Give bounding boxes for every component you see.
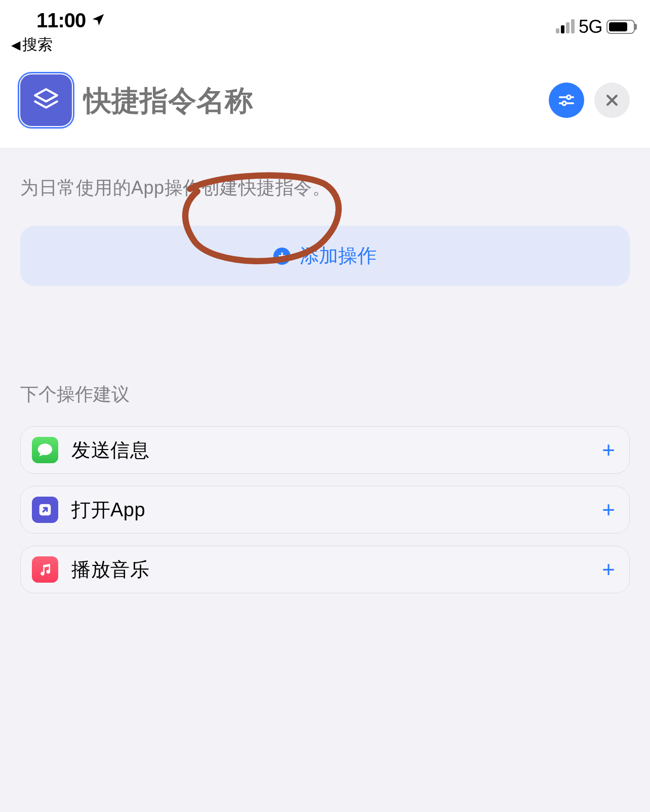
layers-icon [31,86,61,115]
plus-icon: + [602,437,615,463]
plus-icon: + [602,497,615,522]
header [0,59,650,149]
status-time-section: 11:00 [36,9,106,32]
open-app-icon [32,497,58,523]
signal-icon [556,20,575,33]
music-icon [32,556,58,583]
back-caret-icon: ◀ [11,38,20,52]
svg-point-2 [567,95,571,99]
suggestion-label: 发送信息 [71,437,589,463]
shortcut-title-container [83,84,538,117]
plus-icon: + [602,557,615,582]
settings-button[interactable] [549,83,584,118]
suggestions-section: 下个操作建议 发送信息 + 打开App + 播放音乐 + [20,382,630,593]
back-label: 搜索 [22,34,53,55]
add-action-label: 添加操作 [300,243,377,269]
add-action-button[interactable]: + 添加操作 [20,226,630,286]
header-buttons [549,83,630,118]
instruction-text: 为日常使用的App操作创建快捷指令。 [20,174,630,201]
messages-icon [32,437,58,463]
shortcut-name-input[interactable] [83,84,538,117]
suggestion-play-music[interactable]: 播放音乐 + [20,546,630,593]
close-button[interactable] [594,83,630,118]
close-icon [604,93,620,108]
suggestions-title: 下个操作建议 [20,382,630,407]
sliders-icon [557,91,576,109]
location-icon [91,9,106,32]
suggestion-open-app[interactable]: 打开App + [20,486,630,534]
content-area: 为日常使用的App操作创建快捷指令。 + 添加操作 下个操作建议 发送信息 + … [0,149,650,631]
suggestion-label: 播放音乐 [71,557,589,583]
back-to-search[interactable]: ◀ 搜索 [0,34,650,59]
suggestion-label: 打开App [71,497,589,523]
shortcut-app-icon[interactable] [20,74,72,126]
status-indicators: 5G [556,9,635,37]
network-label: 5G [579,16,602,37]
status-bar: 11:00 5G [0,0,650,34]
plus-circle-icon: + [273,248,291,265]
svg-point-3 [562,101,566,105]
battery-icon [606,20,635,34]
status-time: 11:00 [36,9,86,32]
suggestion-send-message[interactable]: 发送信息 + [20,426,630,474]
